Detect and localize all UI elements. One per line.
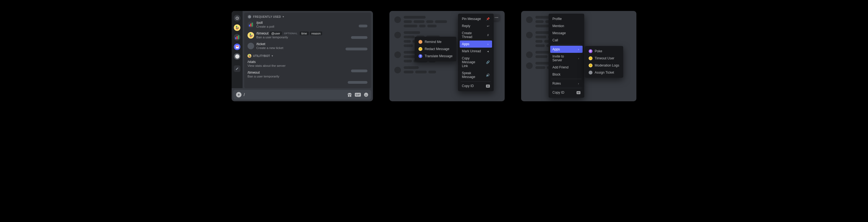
apps-submenu: P Poke 😶 Timeout User 🤨 Moderation Logs … xyxy=(585,46,623,78)
command-timeout[interactable]: 🦆 /timeout @user OPTIONAL time reason Ba… xyxy=(244,30,371,41)
skeleton-avatar xyxy=(394,51,401,58)
server-icon-ball[interactable]: ⚪ xyxy=(234,53,240,60)
menu-create-thread[interactable]: Create Thread # xyxy=(460,30,492,40)
menu-mention[interactable]: Mention xyxy=(550,23,583,30)
id-icon: ID xyxy=(486,84,490,87)
menu-copy-id[interactable]: Copy ID ID xyxy=(460,82,492,89)
placeholder-line xyxy=(359,25,368,27)
menu-label: Create Thread xyxy=(462,31,482,39)
server-icon-bars[interactable] xyxy=(234,34,240,40)
skeleton-avatar xyxy=(526,32,533,38)
server-icon-app[interactable] xyxy=(234,43,240,50)
svg-rect-4 xyxy=(236,45,239,48)
command-stats[interactable]: /stats View stats about the server xyxy=(244,59,371,70)
command-desc: Ban a user temporarily xyxy=(248,75,279,78)
menu-separator xyxy=(551,79,582,79)
app-label: Remind Me xyxy=(425,40,441,44)
menu-label: Pin Message xyxy=(462,17,481,21)
menu-profile[interactable]: Profile xyxy=(550,15,583,23)
skeleton-line xyxy=(419,25,426,27)
section-label: UTILITYBOT xyxy=(253,54,270,58)
server-rail: 🦆 ⚪ xyxy=(231,11,243,88)
pencil-icon[interactable] xyxy=(234,66,240,72)
section-frequently-used[interactable]: FREQUENTLY USED ▾ xyxy=(244,12,371,20)
skeleton-line xyxy=(404,36,415,38)
menu-call[interactable]: Call xyxy=(550,37,583,44)
app-icon: 😶 xyxy=(589,57,592,60)
unread-icon: ◂ xyxy=(486,49,490,53)
menu-invite[interactable]: Invite to Server › xyxy=(550,53,583,64)
message-context-menu: Pin Message 📌 Reply ↩ Create Thread # Ap… xyxy=(458,14,494,91)
arg-user: @user xyxy=(270,32,282,35)
menu-pin-message[interactable]: Pin Message 📌 xyxy=(460,15,492,23)
app-translate-message[interactable]: T Translate Message xyxy=(416,52,455,60)
skeleton-line xyxy=(535,20,544,23)
command-popup: FREQUENTLY USED ▾ /poll Create a poll 🦆 … xyxy=(244,12,371,88)
menu-apps[interactable]: Apps › xyxy=(460,40,492,48)
menu-label: Speak Message xyxy=(462,71,482,79)
menu-label: Roles xyxy=(552,82,561,85)
server-icon-duck[interactable]: 🦆 xyxy=(234,24,240,31)
add-attachment-button[interactable]: + xyxy=(236,92,242,98)
speaker-icon: 🔊 xyxy=(486,73,490,77)
skeleton-line xyxy=(404,71,413,73)
menu-speak[interactable]: Speak Message 🔊 xyxy=(460,70,492,80)
message-input[interactable] xyxy=(244,92,345,97)
app-label: Translate Message xyxy=(425,54,453,58)
svg-rect-3 xyxy=(238,35,239,39)
chevron-right-icon: › xyxy=(486,42,490,46)
arg-time: time xyxy=(300,32,309,35)
menu-label: Invite to Server xyxy=(552,54,572,62)
clock-icon[interactable] xyxy=(234,15,240,21)
app-assign-ticket[interactable]: Assign Ticket xyxy=(586,69,622,76)
svg-rect-9 xyxy=(252,23,253,27)
skeleton-line xyxy=(404,55,416,58)
app-label: Poke xyxy=(595,49,602,53)
menu-label: Mention xyxy=(552,24,564,28)
gift-icon[interactable] xyxy=(347,92,352,97)
svg-point-10 xyxy=(364,93,368,97)
menu-label: Copy Message Link xyxy=(462,57,482,68)
pin-icon: 📌 xyxy=(486,17,490,21)
skeleton-avatar xyxy=(526,63,533,69)
command-poll[interactable]: /poll Create a poll xyxy=(244,20,371,30)
message-context-panel: ⋯ Pin Message 📌 Reply ↩ Create Thread # … xyxy=(390,11,505,101)
skeleton-avatar xyxy=(394,67,401,73)
placeholder-line xyxy=(351,36,368,39)
link-icon: 🔗 xyxy=(486,61,490,64)
app-moderation-logs[interactable]: 🤨 Moderation Logs xyxy=(586,62,622,69)
section-utilitybot[interactable]: 🦆 UTILITYBOT ▾ xyxy=(244,52,371,59)
menu-label: Reply xyxy=(462,24,470,28)
section-label: FREQUENTLY USED xyxy=(253,15,281,18)
app-icon: P xyxy=(589,49,592,53)
app-label: Assign Ticket xyxy=(595,71,614,74)
skeleton-avatar xyxy=(526,16,533,23)
emoji-icon[interactable] xyxy=(364,92,369,97)
panel1-body: 🦆 ⚪ FREQUENTLY USED ▾ xyxy=(231,11,373,88)
clock-icon xyxy=(248,15,251,18)
menu-message[interactable]: Message xyxy=(550,30,583,37)
app-poke[interactable]: P Poke xyxy=(586,48,622,55)
menu-copy-link[interactable]: Copy Message Link 🔗 xyxy=(460,55,492,70)
app-timeout-user[interactable]: 😶 Timeout User xyxy=(586,55,622,62)
command-desc: Ban a user temporarily xyxy=(256,36,322,39)
app-remind-me[interactable]: Remind Me xyxy=(416,38,455,45)
command-name: /stats xyxy=(248,60,286,64)
menu-reply[interactable]: Reply ↩ xyxy=(460,23,492,30)
menu-apps[interactable]: Apps › xyxy=(550,46,583,53)
menu-copy-id[interactable]: Copy ID ID xyxy=(550,89,583,96)
app-label: Moderation Logs xyxy=(595,64,619,67)
gif-button[interactable]: GIF xyxy=(355,93,361,97)
menu-roles[interactable]: Roles › xyxy=(550,80,583,87)
skeleton-line xyxy=(435,20,447,23)
skeleton-line xyxy=(404,44,413,47)
command-name: /timeout xyxy=(248,71,279,74)
skeleton-avatar xyxy=(394,16,401,23)
app-redact-message[interactable]: 😶 Redact Message xyxy=(416,45,455,52)
menu-add-friend[interactable]: Add Friend xyxy=(550,64,583,71)
more-icon[interactable]: ⋯ xyxy=(494,15,499,20)
menu-block[interactable]: Block xyxy=(550,71,583,78)
user-context-panel: Profile Mention Message Call Apps › Invi… xyxy=(521,11,637,101)
menu-mark-unread[interactable]: Mark Unread ◂ xyxy=(460,48,492,55)
chevron-down-icon: ▾ xyxy=(272,54,273,57)
